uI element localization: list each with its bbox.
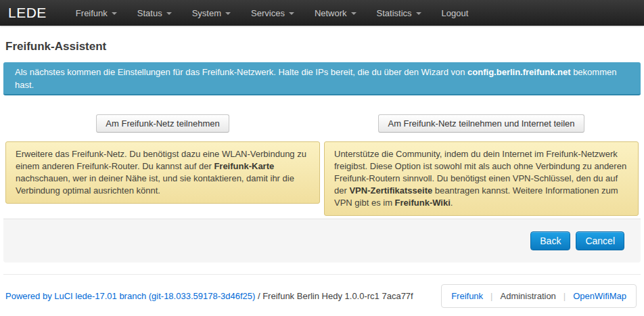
page-content: Freifunk-Assistent Als nächstes kommen d… bbox=[0, 40, 644, 308]
firmware-version-text: Freifunk Berlin Hedy 1.0.0-rc1 7aca77f bbox=[262, 291, 413, 301]
info-banner: Als nächstes kommen die Einstellungen fü… bbox=[3, 62, 641, 95]
freifunk-wiki-link[interactable]: Freifunk-Wiki bbox=[395, 198, 451, 208]
freifunk-karte-link[interactable]: Freifunk-Karte bbox=[214, 161, 274, 171]
nav-item-label: Freifunk bbox=[76, 8, 108, 18]
footer-nav-box: Freifunk | Administration | OpenWifiMap bbox=[441, 284, 637, 308]
mesh-button-row: Am Freifunk-Netz teilnehmen bbox=[5, 114, 320, 133]
vpn-zertifikatsseite-link[interactable]: VPN-Zertifikatsseite bbox=[349, 185, 432, 196]
option-column-mesh: Am Freifunk-Netz teilnehmen Erweitere da… bbox=[3, 114, 322, 216]
join-freifunk-button[interactable]: Am Freifunk-Netz teilnehmen bbox=[96, 114, 229, 133]
footer-nav-separator: | bbox=[564, 291, 566, 301]
brand-logo[interactable]: LEDE bbox=[8, 5, 47, 21]
banner-text: Als nächstes kommen die Einstellungen fü… bbox=[15, 67, 467, 77]
banner-host-bold: config.berlin.freifunk.net bbox=[467, 67, 570, 77]
page-title: Freifunk-Assistent bbox=[5, 40, 639, 53]
nav-item-label: Services bbox=[251, 8, 285, 18]
powered-by-text: Powered by LuCI lede-17.01 branch (git-1… bbox=[5, 291, 413, 301]
share-button-row: Am Freifunk-Netz teilnehmen und Internet… bbox=[324, 114, 639, 133]
note-text: nachschauen, wer in deiner Nähe ist, und… bbox=[16, 173, 294, 196]
options-row: Am Freifunk-Netz teilnehmen Erweitere da… bbox=[3, 114, 641, 216]
cancel-button[interactable]: Cancel bbox=[576, 231, 624, 250]
footer-separator: / bbox=[255, 291, 262, 301]
page-footer: Powered by LuCI lede-17.01 branch (git-1… bbox=[3, 275, 641, 308]
nav-item-label: Statistics bbox=[377, 8, 412, 18]
luci-branch-link[interactable]: Powered by LuCI lede-17.01 branch (git-1… bbox=[5, 291, 255, 301]
chevron-down-icon bbox=[112, 12, 117, 15]
nav-item-status[interactable]: Status bbox=[127, 0, 182, 26]
nav-item-network[interactable]: Network bbox=[304, 0, 367, 26]
nav-item-label: Logout bbox=[442, 8, 469, 18]
nav-item-statistics[interactable]: Statistics bbox=[367, 0, 432, 26]
nav-item-system[interactable]: System bbox=[182, 0, 241, 26]
page-actions-bar: Back Cancel bbox=[3, 219, 641, 263]
footer-nav-separator: | bbox=[490, 291, 492, 301]
chevron-down-icon bbox=[225, 12, 231, 15]
top-navbar: LEDE Freifunk Status System Services Net… bbox=[0, 0, 644, 26]
nav-item-freifunk[interactable]: Freifunk bbox=[66, 0, 127, 26]
share-description-note: Unterstütze die Community, indem du dein… bbox=[324, 141, 639, 216]
nav-item-label: System bbox=[192, 8, 221, 18]
chevron-down-icon bbox=[351, 12, 356, 15]
nav-item-logout[interactable]: Logout bbox=[432, 0, 479, 26]
note-text: . bbox=[451, 198, 453, 208]
option-column-share-internet: Am Freifunk-Netz teilnehmen und Internet… bbox=[322, 114, 641, 216]
nav-menu: Freifunk Status System Services Network … bbox=[66, 0, 479, 26]
back-button[interactable]: Back bbox=[530, 231, 570, 250]
footer-link-administration-current[interactable]: Administration bbox=[500, 291, 555, 301]
chevron-down-icon bbox=[289, 12, 294, 15]
footer-link-freifunk[interactable]: Freifunk bbox=[451, 291, 483, 301]
nav-item-label: Network bbox=[315, 8, 347, 18]
mesh-description-note: Erweitere das Freifunk-Netz. Du benötigs… bbox=[5, 141, 320, 204]
nav-item-services[interactable]: Services bbox=[241, 0, 304, 26]
footer-link-openwifimap[interactable]: OpenWifiMap bbox=[573, 291, 626, 301]
nav-item-label: Status bbox=[137, 8, 162, 18]
chevron-down-icon bbox=[166, 12, 172, 15]
chevron-down-icon bbox=[416, 12, 421, 15]
join-and-share-internet-button[interactable]: Am Freifunk-Netz teilnehmen und Internet… bbox=[378, 114, 584, 133]
